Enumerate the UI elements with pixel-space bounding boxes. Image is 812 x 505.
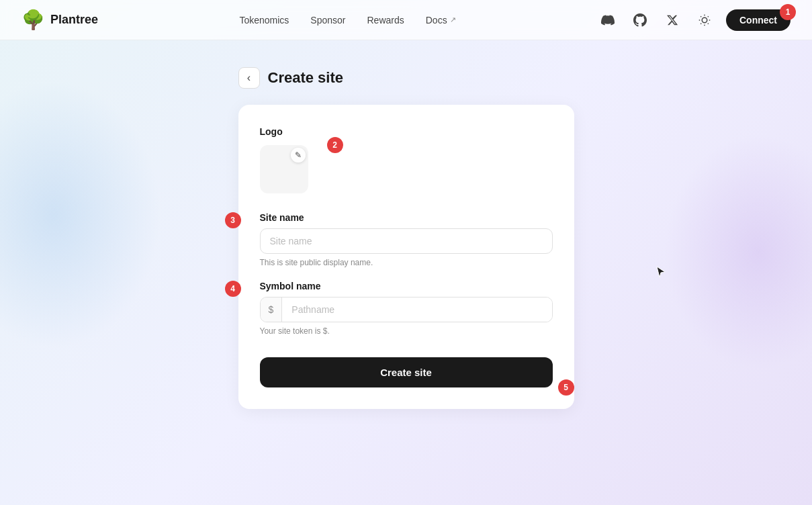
logo-section: Logo ✎ 2 xyxy=(260,126,553,193)
logo-upload-area[interactable]: ✎ 2 xyxy=(260,145,308,193)
github-button[interactable] xyxy=(629,9,651,31)
main-nav: Tokenomics Sponsor Rewards Docs ↗ xyxy=(239,15,455,26)
site-name-hint: This is site public display name. xyxy=(260,258,553,267)
notification-badge: 1 xyxy=(780,4,796,20)
symbol-name-label: Symbol name xyxy=(260,281,553,291)
discord-button[interactable] xyxy=(597,9,619,31)
nav-docs[interactable]: Docs ↗ xyxy=(426,15,456,26)
dollar-prefix: $ xyxy=(261,297,283,322)
symbol-input-wrapper: $ xyxy=(260,297,553,322)
connect-wrapper: Connect 1 xyxy=(726,9,791,31)
step-badge-3: 3 xyxy=(225,212,241,228)
tree-icon: 🌳 xyxy=(21,9,45,31)
step-badge-2: 2 xyxy=(327,137,343,153)
external-link-icon: ↗ xyxy=(450,15,456,24)
nav-sponsor[interactable]: Sponsor xyxy=(310,15,345,26)
create-btn-wrapper: Create site 5 xyxy=(260,349,553,387)
brand-name: Plantree xyxy=(50,13,98,27)
logo-edit-overlay[interactable]: ✎ xyxy=(291,148,306,163)
svg-line-3 xyxy=(701,16,701,17)
theme-toggle-button[interactable] xyxy=(694,9,715,31)
step-badge-4: 4 xyxy=(225,281,241,297)
svg-point-0 xyxy=(702,17,707,23)
header-actions: Connect 1 xyxy=(597,9,791,31)
brand-logo[interactable]: 🌳 Plantree xyxy=(21,9,98,31)
symbol-hint: Your site token is $. xyxy=(260,326,553,336)
create-site-button[interactable]: Create site xyxy=(260,357,553,387)
page-header: ‹ Create site xyxy=(238,67,574,89)
create-site-card: Logo ✎ 2 3 Site name This is site public… xyxy=(238,105,574,409)
step-badge-5: 5 xyxy=(558,379,574,396)
nav-tokenomics[interactable]: Tokenomics xyxy=(239,15,289,26)
site-name-input[interactable] xyxy=(260,228,553,254)
svg-line-8 xyxy=(708,16,709,17)
svg-line-4 xyxy=(708,23,709,24)
logo-label: Logo xyxy=(260,126,553,137)
x-twitter-button[interactable] xyxy=(662,9,683,31)
page-title: Create site xyxy=(268,69,344,87)
site-name-field-group: 3 Site name This is site public display … xyxy=(260,212,553,267)
svg-line-7 xyxy=(701,23,701,24)
symbol-name-input[interactable] xyxy=(282,297,551,322)
nav-rewards[interactable]: Rewards xyxy=(367,15,404,26)
site-name-label: Site name xyxy=(260,212,553,223)
back-button[interactable]: ‹ xyxy=(238,67,260,89)
symbol-name-field-group: 4 Symbol name $ Your site token is $. xyxy=(260,281,553,336)
